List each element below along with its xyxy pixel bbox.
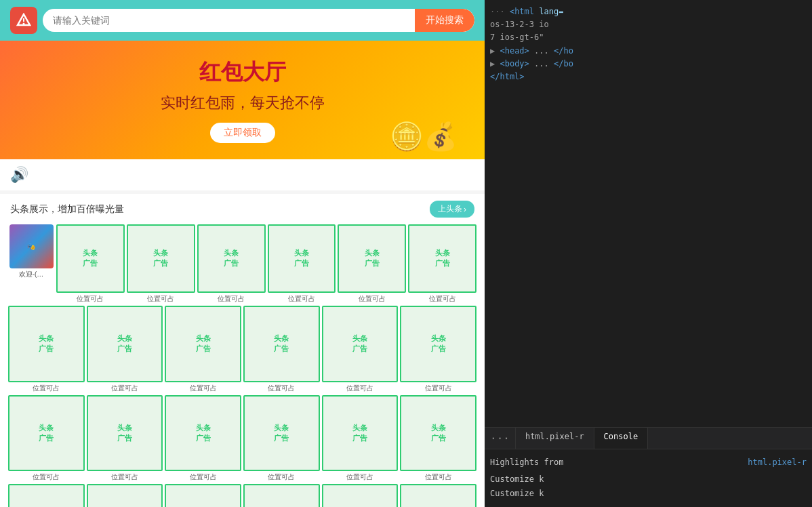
section-title: 头条展示，增加百倍曝光量 — [10, 203, 124, 216]
ad-label: 位置可占 — [425, 472, 452, 482]
ad-image: 头条广告 — [243, 484, 320, 507]
list-item[interactable]: 头条广告 位置可占 — [56, 224, 125, 304]
ad-label: 位置可占 — [346, 384, 373, 393]
mobile-app-panel: 开始搜索 红包大厅 实时红包雨，每天抢不停 立即领取 🪙💰 🔊 头条展示，增加百… — [0, 0, 485, 507]
list-item[interactable]: 头条广告 位置可占 — [408, 224, 476, 304]
ad-label: 位置可占 — [190, 472, 217, 482]
customize-item-2[interactable]: Customize k — [490, 487, 807, 502]
ad-image: 头条广告 — [322, 306, 399, 382]
tab-console[interactable]: Console — [594, 428, 649, 449]
section-more-button[interactable]: 上头条 › — [430, 201, 474, 218]
ad-row-2: 头条广告 位置可占 头条广告 位置可占 头条广告 位置可占 头条广告 位置可占 … — [7, 306, 478, 393]
list-item[interactable]: 头条广告 位置可占 — [243, 306, 320, 393]
search-button[interactable]: 开始搜索 — [415, 9, 474, 32]
list-item[interactable]: 头条广告 位置可占 — [197, 224, 266, 304]
list-item[interactable]: 头条广告 位置可占 — [243, 395, 320, 483]
list-item[interactable]: 头条广告 位置可占 — [8, 395, 85, 483]
highlights-file[interactable]: html.pixel-r — [748, 458, 807, 467]
list-item[interactable]: 头条广告 位置可占 — [165, 395, 241, 483]
highlights-label: Highlights from — [490, 458, 563, 467]
ad-image: 头条广告 — [400, 484, 476, 507]
search-input-wrapper: 开始搜索 — [43, 9, 474, 32]
ad-label: 位置可占 — [429, 294, 456, 304]
list-item[interactable]: 头条广告 位置可占 — [87, 395, 163, 483]
ad-item-featured[interactable]: 🎭 欢迎-(… — [8, 224, 54, 304]
list-item[interactable]: 头条广告 位置可占 — [165, 484, 241, 507]
code-line-5: ▶ <body> ... </bo — [490, 58, 807, 70]
ad-image: 头条广告 — [8, 484, 85, 507]
devtools-panel: ··· <html lang= os-13-2-3 io 7 ios-gt-6"… — [485, 0, 812, 507]
code-line-4: ▶ <head> ... </ho — [490, 45, 807, 58]
list-item[interactable]: 头条广告 位置可占 — [322, 306, 399, 393]
ad-image: 头条广告 — [197, 224, 266, 293]
ad-image: 头条广告 — [87, 484, 163, 507]
tab-ellipsis[interactable]: ··· — [485, 428, 516, 449]
customize-rows: Customize k Customize k — [490, 470, 807, 502]
ad-label: 位置可占 — [268, 384, 295, 393]
ad-label: 位置可占 — [77, 294, 104, 304]
list-item[interactable]: 头条广告 位置可占 — [322, 484, 399, 507]
customize-item-1[interactable]: Customize k — [490, 472, 807, 487]
list-item[interactable]: 头条广告 位置可占 — [400, 395, 476, 483]
ad-image: 头条广告 — [338, 224, 406, 293]
list-item[interactable]: 头条广告 位置可占 — [165, 306, 241, 393]
ad-image: 头条广告 — [165, 306, 241, 382]
code-line-2: os-13-2-3 io — [490, 18, 807, 31]
list-item[interactable]: 头条广告 位置可占 — [243, 484, 320, 507]
featured-label: 欢迎-(… — [19, 270, 44, 279]
devtools-content: Highlights from html.pixel-r Customize k… — [485, 449, 812, 507]
list-item[interactable]: 头条广告 位置可占 — [400, 484, 476, 507]
ad-image: 头条广告 — [56, 224, 125, 293]
list-item[interactable]: 头条广告 位置可占 — [87, 306, 163, 393]
ad-label: 位置可占 — [111, 384, 138, 393]
volume-icon[interactable]: 🔊 — [10, 166, 28, 184]
banner-button[interactable]: 立即领取 — [210, 123, 275, 143]
ad-row-1: 🎭 欢迎-(… 头条广告 位置可占 头条广告 位置可占 头条广告 位置可占 头条… — [7, 224, 478, 304]
ad-image: 头条广告 — [322, 484, 399, 507]
ad-image: 头条广告 — [322, 395, 399, 472]
search-input[interactable] — [43, 9, 415, 32]
list-item[interactable]: 头条广告 位置可占 — [400, 306, 476, 393]
ad-label: 位置可占 — [425, 384, 452, 393]
ad-section: 头条展示，增加百倍曝光量 上头条 › 🎭 欢迎-(… 头条广告 位置可占 头条广… — [0, 194, 485, 507]
list-item[interactable]: 头条广告 位置可占 — [322, 395, 399, 483]
ad-image: 头条广告 — [87, 306, 163, 382]
list-item[interactable]: 头条广告 位置可占 — [87, 484, 163, 507]
ad-label: 位置可占 — [218, 294, 245, 304]
ad-row-3: 头条广告 位置可占 头条广告 位置可占 头条广告 位置可占 头条广告 位置可占 … — [7, 395, 478, 483]
devtools-bottom: ··· html.pixel-r Console Highlights from… — [485, 427, 812, 507]
ad-image: 头条广告 — [8, 306, 85, 382]
devtools-code-view: ··· <html lang= os-13-2-3 io 7 ios-gt-6"… — [485, 0, 812, 427]
code-line-1: ··· <html lang= — [490, 5, 807, 18]
code-line-3: 7 ios-gt-6" — [490, 31, 807, 44]
ad-image: 头条广告 — [8, 395, 85, 472]
ad-label: 位置可占 — [359, 294, 386, 304]
list-item[interactable]: 头条广告 位置可占 — [127, 224, 195, 304]
ad-label: 位置可占 — [33, 384, 60, 393]
coin-icon: 🪙💰 — [390, 121, 458, 153]
ad-label: 位置可占 — [190, 384, 217, 393]
ad-image: 头条广告 — [87, 395, 163, 472]
ad-image: 头条广告 — [268, 224, 336, 293]
ad-label: 位置可占 — [268, 472, 295, 482]
ad-image: 头条广告 — [243, 395, 320, 472]
featured-image: 🎭 — [9, 224, 54, 268]
ad-image: 头条广告 — [243, 306, 320, 382]
banner: 红包大厅 实时红包雨，每天抢不停 立即领取 🪙💰 — [0, 41, 485, 159]
list-item[interactable]: 头条广告 位置可占 — [8, 484, 85, 507]
ad-image: 头条广告 — [165, 395, 241, 472]
banner-subtitle: 实时红包雨，每天抢不停 — [20, 93, 464, 113]
ad-image: 头条广告 — [400, 395, 476, 472]
tab-html-pixel[interactable]: html.pixel-r — [516, 428, 594, 449]
list-item[interactable]: 头条广告 位置可占 — [8, 306, 85, 393]
list-item[interactable]: 头条广告 位置可占 — [338, 224, 406, 304]
ad-image: 头条广告 — [165, 484, 241, 507]
search-bar: 开始搜索 — [0, 0, 485, 41]
devtools-tabs: ··· html.pixel-r Console — [485, 428, 812, 449]
ad-row-4: 头条广告 位置可占 头条广告 位置可占 头条广告 位置可占 头条广告 位置可占 … — [7, 484, 478, 507]
ad-image: 头条广告 — [400, 306, 476, 382]
list-item[interactable]: 头条广告 位置可占 — [268, 224, 336, 304]
highlights-row: Highlights from html.pixel-r — [490, 455, 807, 470]
code-line-6: </html> — [490, 70, 807, 83]
app-logo — [10, 7, 37, 34]
